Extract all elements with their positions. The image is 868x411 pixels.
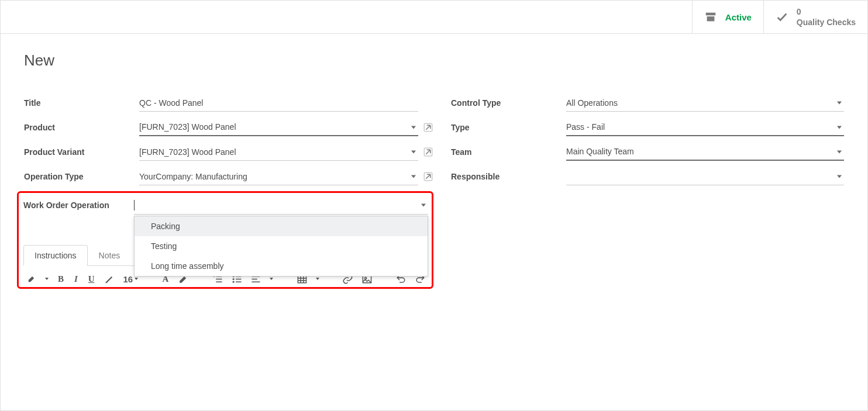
field-product: Product: [24, 118, 433, 137]
label-responsible: Responsible: [451, 172, 566, 181]
italic-button[interactable]: I: [73, 273, 79, 285]
dropdown-item-assembly[interactable]: Long time assembly: [135, 256, 428, 276]
label-control-type: Control Type: [451, 98, 566, 108]
tab-instructions[interactable]: Instructions: [23, 245, 88, 266]
chevron-down-icon: [411, 151, 416, 154]
dropdown-item-testing[interactable]: Testing: [135, 236, 428, 256]
header-bar: Active 0 Quality Checks: [1, 1, 867, 34]
label-team: Team: [451, 147, 566, 157]
chevron-down-icon: [316, 278, 319, 280]
svg-point-10: [232, 278, 234, 279]
dropdown-item-packing[interactable]: Packing: [135, 216, 428, 236]
chevron-down-icon: [837, 126, 842, 129]
chevron-down-icon: [837, 151, 842, 154]
title-input[interactable]: [139, 95, 418, 112]
label-work-order-operation: Work Order Operation: [23, 201, 134, 210]
chevron-down-icon: [135, 278, 138, 280]
svg-rect-13: [236, 278, 241, 279]
field-type: Type: [451, 118, 844, 137]
check-icon: [776, 11, 788, 23]
svg-rect-16: [252, 278, 257, 279]
work-order-operation-input[interactable]: [134, 196, 428, 214]
svg-point-24: [364, 277, 366, 279]
checks-count: 0: [797, 6, 856, 17]
external-link-icon[interactable]: [423, 171, 433, 182]
label-title: Title: [24, 98, 139, 108]
chevron-down-icon: [837, 175, 842, 178]
svg-rect-17: [252, 281, 260, 282]
chevron-down-icon: [270, 278, 273, 280]
eyedropper-icon[interactable]: [26, 273, 37, 285]
svg-rect-6: [216, 278, 222, 279]
pen-icon[interactable]: [104, 273, 115, 285]
chevron-down-icon: [411, 126, 416, 129]
label-product-variant: Product Variant: [24, 147, 139, 157]
chevron-down-icon: [421, 203, 426, 206]
bold-button[interactable]: B: [57, 273, 65, 285]
chevron-down-icon: [411, 175, 416, 178]
team-input[interactable]: [566, 143, 844, 161]
tab-notes[interactable]: Notes: [88, 245, 132, 266]
field-product-variant: Product Variant: [24, 142, 433, 162]
quality-checks-button[interactable]: 0 Quality Checks: [763, 1, 867, 33]
active-status-button[interactable]: Active: [692, 1, 763, 33]
field-title: Title: [24, 93, 433, 113]
work-order-dropdown: Packing Testing Long time assembly: [134, 216, 428, 277]
type-input[interactable]: [566, 119, 844, 136]
external-link-icon[interactable]: [423, 147, 433, 157]
page-title: New: [24, 51, 844, 70]
label-type: Type: [451, 123, 566, 132]
svg-rect-7: [216, 281, 222, 282]
product-input[interactable]: [139, 119, 418, 136]
responsible-input[interactable]: [566, 168, 844, 185]
external-link-icon[interactable]: [423, 122, 433, 133]
archive-icon: [704, 11, 717, 23]
label-product: Product: [24, 123, 139, 132]
underline-button[interactable]: U: [87, 273, 96, 285]
chevron-down-icon: [45, 278, 49, 280]
svg-rect-1: [707, 16, 714, 21]
highlight-box: Work Order Operation Packing Testing Lon…: [17, 191, 433, 289]
svg-point-11: [232, 281, 234, 282]
label-operation-type: Operation Type: [24, 172, 139, 181]
field-work-order-operation: Work Order Operation Packing Testing Lon…: [23, 195, 428, 215]
field-team: Team: [451, 142, 844, 162]
svg-rect-0: [706, 13, 716, 16]
svg-rect-14: [236, 281, 241, 282]
field-responsible: Responsible: [451, 167, 844, 186]
active-label: Active: [725, 12, 752, 22]
product-variant-input[interactable]: [139, 144, 418, 161]
operation-type-input[interactable]: [139, 168, 418, 185]
font-size-value: 16: [123, 274, 133, 284]
field-control-type: Control Type: [451, 93, 844, 113]
checks-label: Quality Checks: [797, 17, 856, 27]
field-operation-type: Operation Type: [24, 167, 433, 186]
control-type-input[interactable]: [566, 95, 844, 112]
chevron-down-icon: [837, 102, 842, 105]
